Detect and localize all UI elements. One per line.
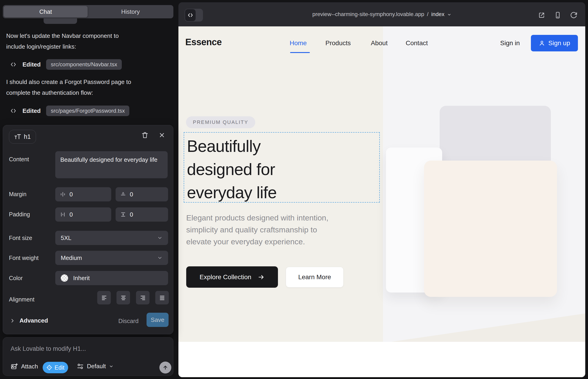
edited-file-row: Edited src/components/Navbar.tsx	[10, 59, 122, 70]
margin-horizontal-icon	[60, 191, 66, 197]
hero-paragraph-line: elevate your everyday experience.	[186, 236, 328, 248]
padding-y-input[interactable]: 0	[116, 207, 168, 222]
padding-x-value: 0	[69, 211, 73, 218]
edited-label: Edited	[22, 61, 41, 68]
sliders-icon	[77, 363, 84, 370]
nav-link-products[interactable]: Products	[325, 39, 351, 47]
chat-message-line: I should also create a Forgot Password p…	[6, 77, 170, 87]
edited-label: Edited	[22, 107, 41, 114]
crosshair-icon	[46, 364, 52, 371]
chat-history-tabbar: Chat History	[3, 5, 173, 18]
font-size-select[interactable]: 5XL	[55, 231, 168, 245]
composer: Ask Lovable to modify H1... Attach Edit …	[3, 337, 173, 376]
explore-collection-button[interactable]: Explore Collection	[186, 266, 278, 288]
align-right-button[interactable]	[136, 291, 150, 304]
hero-heading-line: Beautifully	[187, 135, 277, 158]
color-value: Inherit	[73, 275, 90, 282]
site-viewport: Essence Home Products About Contact Sign…	[178, 26, 585, 377]
font-weight-label: Font weight	[9, 255, 39, 261]
padding-x-input[interactable]: 0	[55, 207, 111, 222]
font-size-value: 5XL	[61, 235, 71, 242]
mode-selector[interactable]: Default	[77, 363, 113, 370]
tab-history[interactable]: History	[89, 6, 172, 17]
padding-label: Padding	[9, 211, 30, 218]
close-editor-icon[interactable]	[158, 132, 165, 139]
file-chip[interactable]: src/components/Navbar.tsx	[46, 59, 122, 70]
margin-x-value: 0	[69, 191, 73, 198]
padding-y-value: 0	[130, 211, 133, 218]
sign-in-link[interactable]: Sign in	[500, 39, 520, 47]
discard-button[interactable]: Discard	[118, 317, 139, 325]
site-logo[interactable]: Essence	[185, 37, 222, 47]
margin-y-value: 0	[130, 191, 133, 198]
code-icon	[10, 108, 16, 114]
align-left-button[interactable]	[97, 291, 111, 304]
margin-y-input[interactable]: 0	[116, 187, 168, 201]
user-icon	[539, 40, 545, 46]
explore-collection-label: Explore Collection	[200, 273, 251, 281]
chat-message-line: complete the authentication flow:	[6, 87, 170, 98]
file-chip[interactable]: src/pages/ForgotPassword.tsx	[46, 106, 129, 116]
hero-paragraph-line: simplicity and quality craftsmanship to	[186, 224, 328, 236]
arrow-right-icon	[258, 274, 265, 281]
hero-paragraph: Elegant products designed with intention…	[186, 212, 328, 248]
alignment-label: Alignment	[9, 296, 34, 303]
margin-label: Margin	[9, 191, 26, 198]
element-editor-panel: h1 Content Beautifully designed for ever…	[3, 125, 173, 334]
edit-mode-button[interactable]: Edit	[43, 362, 68, 373]
content-input[interactable]: Beautifully designed for everyday life	[55, 151, 168, 178]
chevron-down-icon	[157, 255, 163, 261]
tab-chat[interactable]: Chat	[4, 6, 88, 17]
sign-up-button[interactable]: Sign up	[531, 35, 578, 51]
hero-paragraph-line: Elegant products designed with intention…	[186, 212, 328, 224]
chevron-right-icon	[10, 318, 15, 323]
chat-message-line: include login/register links:	[6, 41, 170, 52]
preview-browser-frame: preview--charming-site-symphony.lovable.…	[178, 2, 585, 377]
selected-element-badge: h1	[9, 130, 36, 144]
advanced-label: Advanced	[19, 317, 48, 324]
url-bar[interactable]: preview--charming-site-symphony.lovable.…	[178, 11, 585, 17]
align-center-button[interactable]	[117, 291, 130, 304]
advanced-toggle[interactable]: Advanced	[10, 317, 48, 324]
attach-label: Attach	[21, 363, 38, 370]
next-section-band	[178, 342, 585, 377]
padding-vertical-icon	[120, 211, 126, 218]
type-icon	[14, 134, 21, 140]
chevron-down-icon	[109, 364, 113, 369]
hero-heading-line: everyday life	[187, 181, 277, 204]
color-select[interactable]: Inherit	[55, 271, 168, 285]
chat-message-line: Now let's update the Navbar component to	[6, 31, 170, 41]
align-justify-button[interactable]	[155, 291, 169, 304]
nav-link-home[interactable]: Home	[290, 39, 307, 47]
font-weight-select[interactable]: Medium	[55, 251, 168, 265]
save-button[interactable]: Save	[147, 313, 169, 327]
delete-element-button[interactable]	[141, 131, 149, 139]
send-button[interactable]	[159, 362, 171, 374]
content-label: Content	[9, 156, 29, 163]
nav-link-contact[interactable]: Contact	[406, 39, 428, 47]
open-external-button[interactable]	[538, 12, 545, 19]
refresh-button[interactable]	[570, 12, 577, 19]
url-separator: /	[427, 11, 429, 17]
color-swatch	[61, 274, 68, 282]
app-root: Chat History Now let's update the Navbar…	[0, 0, 588, 379]
active-nav-underline	[290, 52, 310, 53]
arrow-up-icon	[162, 364, 168, 371]
nav-link-about[interactable]: About	[371, 39, 387, 47]
browser-actions	[538, 12, 577, 19]
preview-url: preview--charming-site-symphony.lovable.…	[312, 11, 424, 17]
margin-x-input[interactable]: 0	[55, 187, 111, 201]
edited-file-row: Edited src/pages/ForgotPassword.tsx	[10, 106, 129, 116]
composer-input[interactable]: Ask Lovable to modify H1...	[11, 345, 86, 352]
hero-heading[interactable]: Beautifully designed for everyday life	[187, 135, 277, 204]
learn-more-button[interactable]: Learn More	[286, 267, 343, 287]
mobile-view-button[interactable]	[554, 12, 561, 19]
chevron-down-icon	[447, 13, 451, 17]
mode-label: Default	[87, 363, 106, 370]
code-icon	[10, 61, 16, 68]
hero-heading-line: designed for	[187, 158, 277, 181]
selected-tag-label: h1	[24, 133, 31, 141]
attach-button[interactable]: Attach	[11, 363, 38, 370]
chevron-down-icon	[157, 235, 163, 241]
page-name: index	[431, 11, 444, 17]
